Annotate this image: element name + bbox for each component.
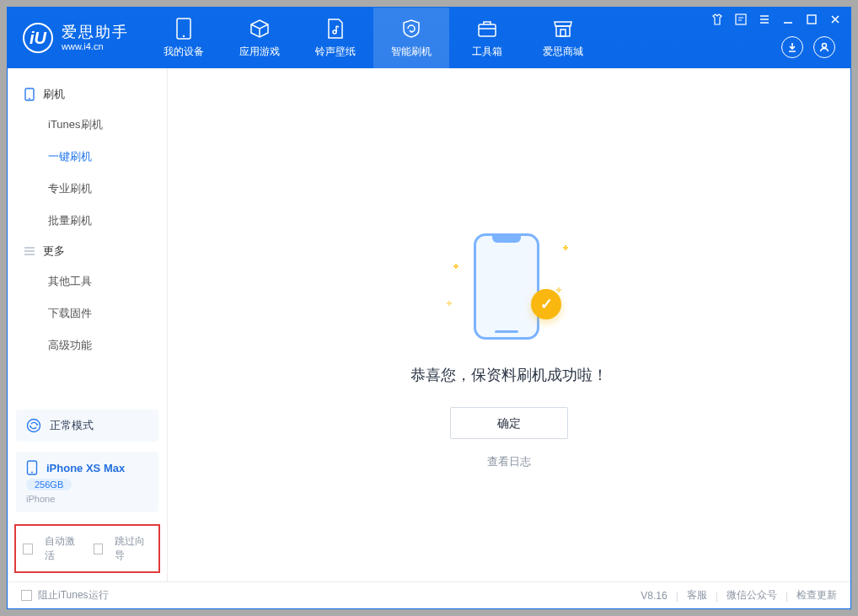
sidebar-item-pro-flash[interactable]: 专业刷机	[8, 173, 167, 205]
device-icon	[173, 18, 195, 40]
version-label: V8.16	[641, 590, 667, 602]
svg-point-11	[28, 420, 40, 432]
sidebar-item-other-tools[interactable]: 其他工具	[8, 265, 167, 297]
logo: iU 爱思助手 www.i4.cn	[8, 23, 129, 53]
refresh-shield-icon	[400, 18, 422, 40]
toolbox-icon	[476, 18, 498, 40]
svg-point-15	[31, 472, 33, 474]
app-window: iU 爱思助手 www.i4.cn 我的设备 应用游戏	[7, 7, 851, 609]
tab-label: 工具箱	[472, 45, 502, 59]
menu-icon[interactable]	[758, 13, 771, 26]
tab-my-device[interactable]: 我的设备	[146, 8, 222, 68]
close-button[interactable]	[829, 13, 842, 26]
tab-store[interactable]: 爱思商城	[525, 8, 601, 68]
svg-point-10	[29, 98, 30, 99]
success-message: 恭喜您，保资料刷机成功啦！	[410, 365, 608, 385]
skip-guide-label: 跳过向导	[115, 534, 152, 563]
nav-tabs: 我的设备 应用游戏 铃声壁纸 智能刷机	[146, 8, 601, 68]
tab-ringtones[interactable]: 铃声壁纸	[298, 8, 373, 68]
statusbar: 阻止iTunes运行 V8.16 | 客服 | 微信公众号 | 检查更新	[8, 581, 850, 608]
sidebar: 刷机 iTunes刷机 一键刷机 专业刷机 批量刷机 更多 其他工具 下载固件 …	[8, 68, 168, 581]
tab-label: 爱思商城	[543, 45, 583, 59]
cube-icon	[249, 18, 271, 40]
sidebar-item-onekey-flash[interactable]: 一键刷机	[8, 141, 167, 173]
svg-rect-3	[479, 24, 496, 36]
customer-service-link[interactable]: 客服	[687, 588, 707, 603]
svg-rect-6	[736, 14, 746, 24]
mode-card[interactable]: 正常模式	[16, 410, 158, 442]
main-panel: ✓ 恭喜您，保资料刷机成功啦！ 确定 查看日志	[168, 68, 850, 581]
tab-label: 我的设备	[164, 45, 204, 59]
auto-activate-checkbox[interactable]	[23, 544, 33, 554]
app-logo-icon: iU	[23, 23, 53, 53]
device-type: iPhone	[26, 494, 55, 504]
download-button[interactable]	[781, 36, 803, 58]
app-name: 爱思助手	[62, 24, 129, 41]
ok-button[interactable]: 确定	[450, 407, 568, 439]
block-itunes-checkbox[interactable]	[21, 590, 32, 601]
mode-label: 正常模式	[50, 418, 94, 433]
check-update-link[interactable]: 检查更新	[796, 588, 837, 603]
svg-rect-7	[807, 15, 816, 24]
sidebar-item-download-firmware[interactable]: 下载固件	[8, 297, 167, 329]
tab-toolbox[interactable]: 工具箱	[449, 8, 525, 68]
check-badge-icon: ✓	[531, 289, 561, 319]
phone-icon	[474, 233, 539, 340]
account-button[interactable]	[813, 36, 835, 58]
sync-icon	[26, 418, 41, 433]
app-url: www.i4.cn	[62, 41, 129, 52]
body: 刷机 iTunes刷机 一键刷机 专业刷机 批量刷机 更多 其他工具 下载固件 …	[8, 68, 850, 581]
block-itunes-label: 阻止iTunes运行	[38, 588, 109, 603]
hamburger-icon	[23, 244, 36, 258]
svg-point-12	[36, 424, 38, 426]
checkbox-row-highlighted: 自动激活 跳过向导	[14, 524, 160, 573]
svg-point-8	[823, 44, 827, 48]
tab-apps-games[interactable]: 应用游戏	[222, 8, 298, 68]
group-label: 更多	[43, 244, 65, 259]
svg-point-2	[333, 30, 336, 34]
store-icon	[552, 18, 574, 40]
sidebar-item-itunes-flash[interactable]: iTunes刷机	[8, 109, 167, 141]
sidebar-group-flash[interactable]: 刷机	[8, 80, 167, 109]
auto-activate-label: 自动激活	[45, 534, 82, 563]
device-name: iPhone XS Max	[46, 462, 125, 474]
device-card[interactable]: iPhone XS Max 256GB iPhone	[16, 452, 158, 512]
device-capacity-badge: 256GB	[26, 479, 72, 490]
tshirt-icon[interactable]	[711, 13, 724, 26]
svg-point-13	[29, 426, 31, 427]
tab-smart-flash[interactable]: 智能刷机	[373, 8, 449, 68]
success-illustration: ✓	[458, 228, 560, 346]
tab-label: 智能刷机	[391, 45, 432, 59]
svg-rect-4	[556, 26, 570, 36]
group-label: 刷机	[43, 87, 65, 102]
phone-icon	[23, 88, 36, 101]
sidebar-group-more[interactable]: 更多	[8, 237, 167, 265]
skip-guide-checkbox[interactable]	[94, 544, 104, 554]
wechat-link[interactable]: 微信公众号	[727, 588, 777, 603]
sidebar-item-advanced[interactable]: 高级功能	[8, 329, 167, 362]
minimize-button[interactable]	[781, 13, 795, 26]
view-log-link[interactable]: 查看日志	[487, 454, 531, 469]
svg-rect-5	[560, 29, 566, 36]
sidebar-item-batch-flash[interactable]: 批量刷机	[8, 205, 167, 237]
titlebar: iU 爱思助手 www.i4.cn 我的设备 应用游戏	[8, 8, 850, 68]
phone-small-icon	[26, 460, 38, 475]
feedback-icon[interactable]	[734, 13, 748, 26]
maximize-button[interactable]	[805, 13, 818, 26]
tab-label: 铃声壁纸	[315, 45, 356, 59]
tab-label: 应用游戏	[239, 45, 280, 59]
music-file-icon	[324, 18, 346, 40]
svg-point-1	[183, 35, 185, 36]
